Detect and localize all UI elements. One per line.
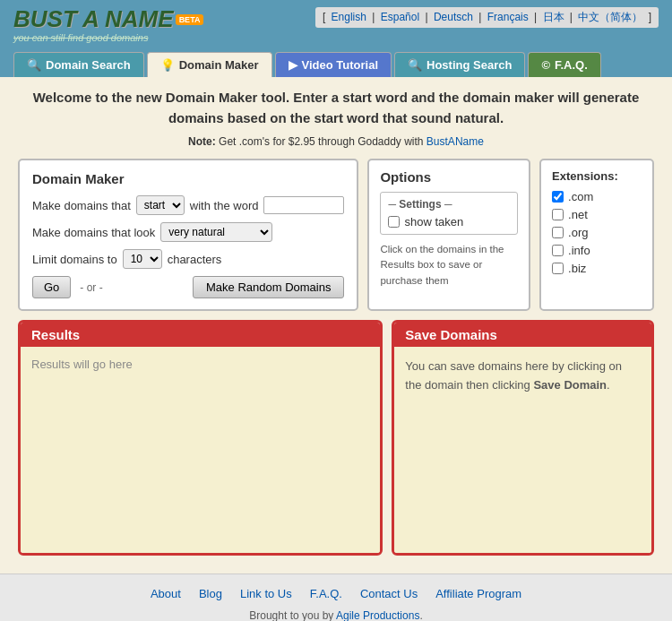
maker-buttons: Go - or - Make Random Domains: [32, 276, 344, 298]
footer-contact[interactable]: Contact Us: [360, 587, 418, 600]
maker-row-start: Make domains that start end with the wor…: [32, 195, 344, 215]
ext-info-label: .info: [568, 244, 590, 257]
word-input[interactable]: [263, 196, 344, 214]
main-content: Welcome to the new Domain Maker tool. En…: [0, 77, 672, 574]
footer-blog[interactable]: Blog: [199, 587, 222, 600]
random-domains-button[interactable]: Make Random Domains: [193, 276, 344, 298]
logo-area: BUST A NAMEBETA you can still find good …: [13, 7, 203, 43]
start-end-select[interactable]: start end: [136, 195, 185, 215]
hosting-search-icon: 🔍: [408, 58, 422, 72]
ext-com-label: .com: [568, 190, 593, 203]
welcome-section: Welcome to the new Domain Maker tool. En…: [18, 88, 654, 128]
tab-faq-label: F.A.Q.: [555, 58, 588, 72]
footer: About Blog Link to Us F.A.Q. Contact Us …: [0, 574, 672, 621]
domain-maker-title: Domain Maker: [32, 171, 344, 186]
top-row: Domain Maker Make domains that start end…: [18, 159, 654, 311]
language-bar: [ English | Español | Deutsch | Français…: [315, 7, 659, 28]
settings-section: ─ Settings ─ show taken: [380, 192, 518, 235]
welcome-line1: Welcome to the new Domain Maker tool. En…: [18, 88, 654, 108]
ext-net-label: .net: [568, 208, 588, 221]
lang-chinese[interactable]: 中文（简体）: [578, 11, 642, 23]
company-link[interactable]: Agile Productions: [336, 609, 419, 621]
show-taken-checkbox[interactable]: [388, 216, 400, 228]
logo-beta: BETA: [176, 14, 204, 25]
results-header: Results: [21, 323, 380, 347]
show-taken-option: show taken: [388, 215, 510, 229]
or-text: - or -: [80, 281, 102, 294]
lang-espanol[interactable]: Español: [381, 11, 419, 23]
note-label: Note:: [188, 135, 216, 148]
video-icon: ▶: [289, 58, 297, 72]
limit-select[interactable]: 10 12 15 20: [123, 249, 162, 269]
tab-domain-maker[interactable]: 💡 Domain Maker: [147, 52, 272, 77]
lang-japanese[interactable]: 日本: [543, 11, 564, 23]
godaddy-link[interactable]: BustAName: [426, 135, 484, 148]
ext-biz: .biz: [552, 262, 642, 275]
footer-affiliate[interactable]: Affiliate Program: [435, 587, 521, 600]
tab-domain-search[interactable]: 🔍 Domain Search: [13, 52, 144, 77]
nav-tabs: 🔍 Domain Search 💡 Domain Maker ▶ Video T…: [13, 52, 659, 77]
tab-domain-maker-label: Domain Maker: [179, 58, 259, 72]
tab-hosting-search[interactable]: 🔍 Hosting Search: [394, 52, 525, 77]
footer-copy: Brought to you by Agile Productions. Cop…: [18, 608, 654, 621]
ext-org-checkbox[interactable]: [552, 227, 564, 238]
ext-info-checkbox[interactable]: [552, 245, 564, 256]
save-header: Save Domains: [394, 323, 651, 347]
ext-com-checkbox[interactable]: [552, 191, 564, 203]
ext-biz-label: .biz: [568, 262, 586, 275]
ext-org-label: .org: [568, 226, 588, 239]
show-taken-label: show taken: [404, 215, 463, 229]
ext-net-checkbox[interactable]: [552, 209, 564, 220]
ext-info: .info: [552, 244, 642, 257]
tab-hosting-label: Hosting Search: [426, 58, 512, 72]
look-select[interactable]: very natural natural somewhat natural an…: [160, 222, 272, 242]
lang-deutsch[interactable]: Deutsch: [434, 11, 473, 23]
domain-search-icon: 🔍: [27, 58, 41, 72]
brought-by-text: Brought to you by: [249, 609, 333, 621]
ext-com: .com: [552, 190, 642, 203]
footer-faq[interactable]: F.A.Q.: [310, 587, 342, 600]
options-title: Options: [380, 169, 518, 185]
ext-org: .org: [552, 226, 642, 239]
with-word-label: with the word: [190, 199, 259, 212]
note-text: Note: Get .com's for $2.95 through Godad…: [18, 135, 654, 148]
maker-row-limit: Limit domains to 10 12 15 20 characters: [32, 249, 344, 269]
lang-english[interactable]: English: [332, 11, 366, 23]
logo: BUST A NAMEBETA: [13, 7, 203, 30]
results-panel: Results Results will go here: [18, 320, 383, 556]
save-info: You can save domains here by clicking on…: [405, 359, 622, 392]
settings-legend: ─ Settings ─: [388, 198, 510, 211]
save-panel: Save Domains You can save domains here b…: [392, 320, 654, 556]
options-info: Click on the domains in the Results box …: [380, 242, 518, 289]
extensions-box: Extensions: .com .net .org .info .biz: [539, 159, 654, 311]
save-body: You can save domains here by clicking on…: [394, 347, 651, 553]
header: BUST A NAMEBETA you can still find good …: [0, 0, 672, 77]
footer-links: About Blog Link to Us F.A.Q. Contact Us …: [18, 587, 654, 600]
faq-icon: ©: [541, 58, 550, 72]
domain-maker-box: Domain Maker Make domains that start end…: [18, 159, 358, 311]
make-domains-label: Make domains that: [32, 199, 131, 212]
welcome-line2: domains based on the start word that sou…: [18, 108, 654, 129]
extensions-title: Extensions:: [552, 169, 642, 183]
footer-link-to-us[interactable]: Link to Us: [240, 587, 292, 600]
ext-biz-checkbox[interactable]: [552, 263, 564, 274]
tab-domain-search-label: Domain Search: [46, 58, 131, 72]
results-row: Results Results will go here Save Domain…: [18, 320, 654, 556]
maker-row-look: Make domains that look very natural natu…: [32, 222, 344, 242]
characters-label: characters: [168, 253, 222, 266]
tab-video-label: Video Tutorial: [302, 58, 378, 72]
limit-label: Limit domains to: [32, 253, 117, 266]
logo-text: BUST A NAME: [13, 5, 174, 32]
logo-tagline: you can still find good domains: [13, 32, 203, 43]
lang-francais[interactable]: Français: [487, 11, 529, 23]
footer-about[interactable]: About: [151, 587, 181, 600]
domain-maker-icon: 💡: [160, 58, 175, 72]
go-button[interactable]: Go: [32, 276, 71, 298]
options-box: Options ─ Settings ─ show taken Click on…: [367, 159, 530, 311]
results-body: Results will go here: [21, 347, 380, 553]
header-top: BUST A NAMEBETA you can still find good …: [13, 7, 659, 43]
tab-video-tutorial[interactable]: ▶ Video Tutorial: [275, 52, 392, 77]
ext-net: .net: [552, 208, 642, 221]
look-label: Make domains that look: [32, 226, 155, 239]
tab-faq[interactable]: © F.A.Q.: [528, 52, 600, 77]
